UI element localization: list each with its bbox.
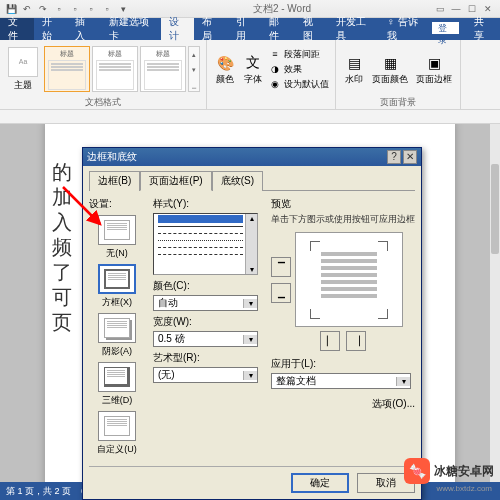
brand-icon: 🍬 (404, 458, 430, 484)
setting-shadow[interactable]: 阴影(A) (89, 313, 145, 358)
tab-start[interactable]: 开始 (34, 18, 68, 40)
preview-area[interactable] (295, 232, 403, 327)
default-icon: ◉ (269, 78, 281, 90)
style-thumb[interactable]: 标题 (44, 46, 90, 92)
listbox-scrollbar[interactable]: ▴▾ (245, 214, 257, 274)
page-color-button[interactable]: ▦页面颜色 (370, 51, 410, 88)
status-page[interactable]: 第 1 页，共 2 页 (6, 485, 71, 498)
watermark-icon: ▤ (344, 53, 364, 73)
group-label: 文档格式 (6, 96, 200, 108)
brand-name: 冰糖安卓网 (434, 463, 494, 480)
style-listbox[interactable]: ▴▾ (153, 213, 258, 275)
paragraph-spacing-button[interactable]: ≡段落间距 (269, 47, 329, 62)
watermark-button[interactable]: ▤水印 (342, 51, 366, 88)
setting-none[interactable]: 无(N) (89, 215, 145, 260)
doc-char: 的 (52, 159, 72, 186)
share-button[interactable]: 共享 (466, 18, 500, 40)
preview-hint: 单击下方图示或使用按钮可应用边框 (271, 213, 415, 226)
border-top-button[interactable]: ▔ (271, 257, 291, 277)
save-icon[interactable]: 💾 (4, 2, 18, 16)
doc-char: 加 (52, 184, 72, 211)
setting-box[interactable]: 方框(X) (89, 264, 145, 309)
tab-tellme[interactable]: ♀ 告诉我 (379, 18, 430, 40)
style-thumb[interactable]: 标题 (92, 46, 138, 92)
tab-insert[interactable]: 插入 (67, 18, 101, 40)
vertical-scrollbar[interactable] (490, 124, 500, 482)
apply-combo[interactable]: 整篇文档▾ (271, 373, 411, 389)
help-icon[interactable]: ? (387, 150, 401, 164)
tab-file[interactable]: 文件 (0, 18, 34, 40)
themes-button[interactable]: Aa 主题 (6, 44, 40, 94)
qat-icon[interactable]: ▫ (84, 2, 98, 16)
dialog-titlebar[interactable]: 边框和底纹 ? ✕ (83, 148, 421, 166)
close-icon[interactable]: ✕ (403, 150, 417, 164)
art-label: 艺术型(R): (153, 351, 263, 365)
doc-char: 入 (52, 209, 72, 236)
ribbon: Aa 主题 标题 标题 标题 ▴▾⎯ 文档格式 🎨颜色 文字体 ≡段落间距 ◑效… (0, 40, 500, 110)
group-label: 页面背景 (342, 96, 454, 108)
apply-label: 应用于(L): (271, 357, 415, 371)
login-button[interactable]: 登录 (431, 21, 461, 35)
maximize-icon[interactable]: ☐ (464, 4, 480, 14)
colors-button[interactable]: 🎨颜色 (213, 51, 237, 88)
undo-icon[interactable]: ↶ (20, 2, 34, 16)
chevron-down-icon: ▾ (243, 299, 257, 308)
ruler (0, 110, 500, 124)
qat-icon[interactable]: ▫ (52, 2, 66, 16)
qat-icon[interactable]: ▫ (68, 2, 82, 16)
minimize-icon[interactable]: — (448, 4, 464, 14)
colors-icon: 🎨 (215, 53, 235, 73)
borders-shading-dialog: 边框和底纹 ? ✕ 边框(B) 页面边框(P) 底纹(S) 设置: 无(N) 方… (82, 147, 422, 500)
tab-design[interactable]: 设计 (161, 18, 195, 40)
width-combo[interactable]: 0.5 磅▾ (153, 331, 258, 347)
border-bottom-button[interactable]: ▁ (271, 283, 291, 303)
color-combo[interactable]: 自动▾ (153, 295, 258, 311)
effects-icon: ◑ (269, 63, 281, 75)
chevron-down-icon: ▾ (396, 377, 410, 386)
doc-char: 频 (52, 234, 72, 261)
tab-review[interactable]: 视图 (295, 18, 329, 40)
spacing-icon: ≡ (269, 48, 281, 60)
doc-char: 了 (52, 259, 72, 286)
preview-label: 预览 (271, 197, 415, 211)
art-combo[interactable]: (无)▾ (153, 367, 258, 383)
tab-mail[interactable]: 邮件 (261, 18, 295, 40)
fonts-icon: 文 (243, 53, 263, 73)
effects-button[interactable]: ◑效果 (269, 62, 329, 77)
doc-char: 页 (52, 309, 72, 336)
tab-shading[interactable]: 底纹(S) (212, 171, 263, 191)
set-default-button[interactable]: ◉设为默认值 (269, 77, 329, 92)
dialog-tabs: 边框(B) 页面边框(P) 底纹(S) (83, 166, 421, 190)
border-left-button[interactable]: ▏ (320, 331, 340, 351)
setting-3d[interactable]: 三维(D) (89, 362, 145, 407)
style-thumb[interactable]: 标题 (140, 46, 186, 92)
chevron-down-icon: ▾ (243, 371, 257, 380)
close-icon[interactable]: ✕ (480, 4, 496, 14)
qat-more-icon[interactable]: ▾ (116, 2, 130, 16)
brand-url: www.bxtdz.com (436, 484, 492, 493)
window-title: 文档2 - Word (132, 2, 432, 16)
site-watermark: 🍬 冰糖安卓网 www.bxtdz.com (404, 458, 494, 484)
qat-icon[interactable]: ▫ (100, 2, 114, 16)
ribbon-tabs: 文件 开始 插入 新建选项卡 设计 布局 引用 邮件 视图 开发工具 ♀ 告诉我… (0, 18, 500, 40)
tab-dev[interactable]: 开发工具 (328, 18, 379, 40)
pagecolor-icon: ▦ (380, 53, 400, 73)
options-button[interactable]: 选项(O)... (271, 397, 415, 411)
tab-newtab[interactable]: 新建选项卡 (101, 18, 161, 40)
page-border-button[interactable]: ▣页面边框 (414, 51, 454, 88)
ok-button[interactable]: 确定 (291, 473, 349, 493)
tab-ref[interactable]: 引用 (228, 18, 262, 40)
dialog-title: 边框和底纹 (87, 150, 385, 164)
gallery-more-icon[interactable]: ▴▾⎯ (188, 46, 200, 92)
tab-border[interactable]: 边框(B) (89, 171, 140, 191)
tab-page-border[interactable]: 页面边框(P) (140, 171, 211, 191)
ribbon-options-icon[interactable]: ▭ (432, 4, 448, 14)
style-gallery: 标题 标题 标题 ▴▾⎯ (44, 46, 200, 92)
themes-icon: Aa (8, 47, 38, 77)
style-label: 样式(Y): (153, 197, 263, 211)
border-right-button[interactable]: ▕ (346, 331, 366, 351)
fonts-button[interactable]: 文字体 (241, 51, 265, 88)
tab-layout[interactable]: 布局 (194, 18, 228, 40)
setting-custom[interactable]: 自定义(U) (89, 411, 145, 456)
redo-icon[interactable]: ↷ (36, 2, 50, 16)
